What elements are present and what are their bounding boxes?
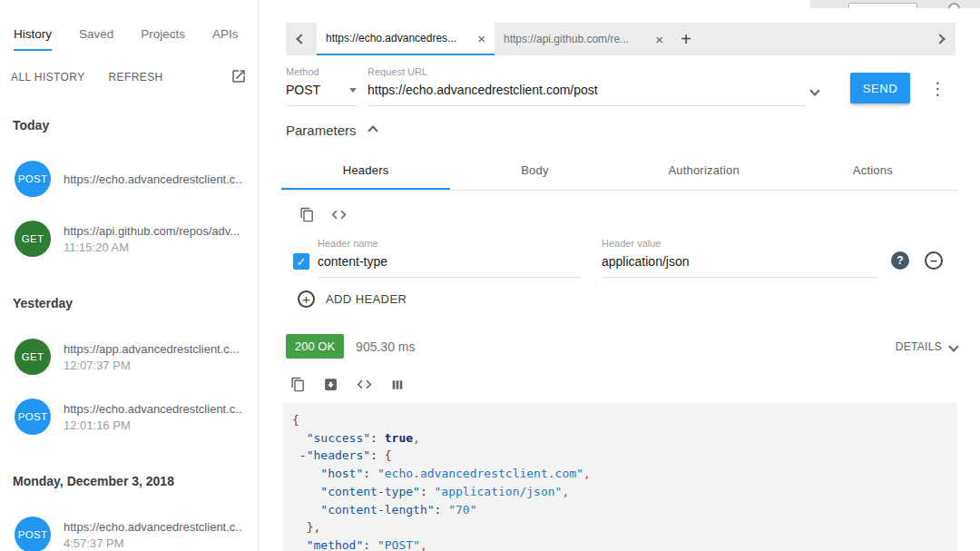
refresh-button[interactable]: REFRESH xyxy=(109,71,163,84)
add-circle-icon: + xyxy=(298,290,315,308)
main-panel: https://echo.advancedres... × https://ap… xyxy=(260,0,980,551)
history-group-title: Monday, December 3, 2018 xyxy=(13,474,258,488)
method-badge: GET xyxy=(15,339,51,375)
headers-toolbar xyxy=(299,206,348,223)
header-value-label: Header value xyxy=(602,238,878,249)
sidebar-actions: ALL HISTORY REFRESH xyxy=(11,71,163,84)
method-badge: GET xyxy=(15,221,51,257)
method-badge: POST xyxy=(15,161,51,197)
chevron-left-icon xyxy=(296,34,306,44)
method-selector[interactable]: Method POST xyxy=(286,66,357,106)
chevron-down-icon xyxy=(948,341,958,351)
code-icon[interactable] xyxy=(330,206,348,223)
method-label: Method xyxy=(286,66,357,77)
request-tab-label: https://api.github.com/re... xyxy=(504,33,650,45)
json-line: -"headers": { xyxy=(292,447,948,465)
remove-header-icon[interactable]: – xyxy=(925,251,943,270)
details-label: DETAILS xyxy=(896,340,942,353)
tab-authorization[interactable]: Authorization xyxy=(620,153,789,190)
copy-icon[interactable] xyxy=(290,377,306,392)
chevron-right-icon xyxy=(935,34,945,44)
history-item[interactable]: POST https://echo.advancedrestclient.c..… xyxy=(0,505,258,551)
history-time: 12:07:37 PM xyxy=(64,359,240,372)
editor-tabs: Headers Body Authorization Actions xyxy=(281,153,957,191)
header-enabled-checkbox[interactable]: ✓ xyxy=(293,253,309,270)
all-history-button[interactable]: ALL HISTORY xyxy=(11,71,85,84)
response-status-row: 200 OK 905.30 ms DETAILS xyxy=(286,334,957,359)
sidebar-tab-apis[interactable]: APIs xyxy=(212,27,239,51)
history-time: 12:01:16 PM xyxy=(64,418,243,432)
history-item[interactable]: POST https://echo.advancedrestclient.c..… xyxy=(0,387,258,447)
response-time: 905.30 ms xyxy=(356,339,415,354)
new-tab-button[interactable]: + xyxy=(672,23,700,55)
request-tab-label: https://echo.advancedres... xyxy=(326,32,472,44)
history-time: 11:15:20 AM xyxy=(64,241,240,254)
add-header-button[interactable]: + ADD HEADER xyxy=(298,290,407,308)
close-tab-icon[interactable]: × xyxy=(477,32,485,45)
method-badge: POST xyxy=(15,398,51,435)
help-icon[interactable]: ? xyxy=(891,251,909,270)
add-header-label: ADD HEADER xyxy=(326,292,407,306)
response-json-viewer[interactable]: { "success": true, -"headers": { "host":… xyxy=(283,403,957,551)
open-in-new-icon[interactable] xyxy=(230,68,247,88)
chevron-down-icon xyxy=(809,85,819,95)
json-line: "method": "POST", xyxy=(292,536,948,551)
header-value-value: application/json xyxy=(602,254,690,269)
json-line: "content-type": "application/json", xyxy=(292,483,948,501)
header-name-label: Header name xyxy=(318,238,581,249)
header-name-input[interactable]: Header name content-type xyxy=(318,238,581,278)
history-time: 4:57:37 PM xyxy=(64,536,243,550)
tab-headers[interactable]: Headers xyxy=(281,153,450,190)
tabs-scroll-left-button[interactable] xyxy=(286,23,317,55)
tabs-scroll-right-button[interactable] xyxy=(925,23,956,55)
json-line: "host": "echo.advancedrestclient.com", xyxy=(292,465,948,483)
request-tab-1[interactable]: https://echo.advancedres... × xyxy=(317,23,495,55)
request-url-label: Request URL xyxy=(368,66,806,77)
history-url: https://echo.advancedrestclient.c... xyxy=(64,402,243,416)
sidebar-tab-saved[interactable]: Saved xyxy=(79,27,113,51)
request-tab-2[interactable]: https://api.github.com/re... × xyxy=(495,23,672,55)
tab-actions[interactable]: Actions xyxy=(789,153,957,190)
history-group-title: Today xyxy=(13,118,258,133)
arc-app: History Saved Projects APIs ALL HISTORY … xyxy=(0,0,980,551)
history-url: https://api.github.com/repos/adv... xyxy=(64,224,240,238)
header-name-value: content-type xyxy=(318,254,387,269)
method-value: POST xyxy=(286,83,320,97)
chevron-up-icon xyxy=(368,125,377,135)
sidebar-tabs: History Saved Projects APIs xyxy=(14,27,239,51)
send-button[interactable]: SEND xyxy=(850,73,910,103)
method-badge: POST xyxy=(15,517,51,551)
code-icon[interactable] xyxy=(356,376,373,393)
request-url-value: https://echo.advancedrestclient.com/post xyxy=(368,83,598,97)
json-line: "content-length": "70" xyxy=(292,501,948,519)
history-item[interactable]: GET https://api.github.com/repos/adv... … xyxy=(0,209,258,269)
status-badge: 200 OK xyxy=(286,334,344,359)
sidebar: History Saved Projects APIs ALL HISTORY … xyxy=(0,0,259,551)
details-toggle[interactable]: DETAILS xyxy=(896,340,957,353)
header-value-input[interactable]: Header value application/json xyxy=(602,238,878,278)
history-item[interactable]: GET https://app.advancedrestclient.c... … xyxy=(0,327,258,387)
history-url: https://echo.advancedrestclient.c... xyxy=(64,172,243,186)
copy-icon[interactable] xyxy=(299,207,315,222)
check-icon: ✓ xyxy=(297,255,307,269)
tab-body[interactable]: Body xyxy=(450,153,619,190)
parameters-toggle[interactable]: Parameters xyxy=(286,123,377,138)
request-url-input[interactable]: Request URL https://echo.advancedrestcli… xyxy=(368,66,806,106)
parameters-label: Parameters xyxy=(286,123,357,138)
sidebar-tab-history[interactable]: History xyxy=(14,27,52,51)
sidebar-tab-projects[interactable]: Projects xyxy=(141,27,185,51)
history-group-title: Yesterday xyxy=(13,296,258,310)
table-columns-icon[interactable] xyxy=(390,378,405,392)
history-list: Today POST https://echo.advancedrestclie… xyxy=(0,102,258,551)
dropdown-caret-icon xyxy=(349,88,357,93)
url-detail-toggle[interactable] xyxy=(811,82,818,98)
history-item[interactable]: POST https://echo.advancedrestclient.c..… xyxy=(0,149,258,209)
collapse-toggle-icon[interactable]: - xyxy=(299,448,307,462)
close-tab-icon[interactable]: × xyxy=(655,33,663,46)
json-line: { xyxy=(292,411,948,429)
history-url: https://echo.advancedrestclient.c... xyxy=(64,520,243,534)
json-line: }, xyxy=(292,518,948,536)
save-icon[interactable] xyxy=(323,377,338,392)
request-tabstrip: https://echo.advancedres... × https://ap… xyxy=(286,23,956,55)
request-menu-icon[interactable]: ⋮ xyxy=(929,78,944,99)
